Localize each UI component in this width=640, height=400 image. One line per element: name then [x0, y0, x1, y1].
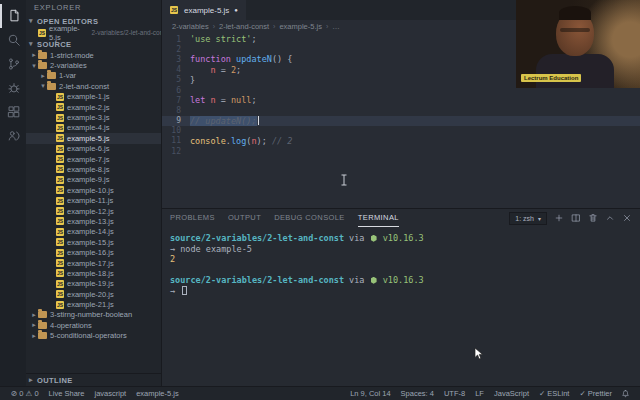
- code-line[interactable]: 12: [162, 146, 640, 156]
- line-number: 1: [162, 35, 190, 44]
- tree-item[interactable]: JSexample-1.js: [26, 92, 161, 102]
- tree-item[interactable]: ▸4-operations: [26, 320, 161, 330]
- tree-item[interactable]: JSexample-10.js: [26, 185, 161, 195]
- terminal-line: source/2-variables/2-let-and-const via v…: [170, 275, 640, 286]
- tree-item[interactable]: JSexample-12.js: [26, 206, 161, 216]
- tree-item[interactable]: JSexample-7.js: [26, 154, 161, 164]
- explorer-icon[interactable]: [0, 4, 26, 28]
- bottom-panel: PROBLEMSOUTPUTDEBUG CONSOLETERMINAL 1: z…: [162, 208, 640, 386]
- tree-item[interactable]: JSexample-8.js: [26, 164, 161, 174]
- tree-item-label: example-16.js: [67, 248, 114, 257]
- panel-tab-terminal[interactable]: TERMINAL: [358, 209, 399, 227]
- js-file-icon: JS: [56, 103, 64, 111]
- status-encoding[interactable]: UTF-8: [439, 389, 470, 398]
- tree-item[interactable]: JSexample-9.js: [26, 175, 161, 185]
- tree-item[interactable]: JSexample-21.js: [26, 299, 161, 309]
- code-line[interactable]: 8: [162, 105, 640, 115]
- tree-item[interactable]: JSexample-16.js: [26, 247, 161, 257]
- breadcrumb-item[interactable]: example-5.js: [279, 22, 322, 31]
- tree-item[interactable]: JSexample-5.js: [26, 133, 161, 143]
- modified-dot-icon[interactable]: ●: [234, 7, 238, 13]
- extensions-icon[interactable]: [0, 100, 26, 124]
- tree-item-label: 4-operations: [50, 321, 92, 330]
- line-number: 3: [162, 55, 190, 64]
- status-live-share[interactable]: Live Share: [44, 389, 90, 398]
- code-line[interactable]: 7let n = null;: [162, 95, 640, 105]
- tree-item[interactable]: ▸1-var: [26, 71, 161, 81]
- status-eol[interactable]: LF: [470, 389, 489, 398]
- js-file-icon: JS: [56, 269, 64, 277]
- outline-section-header[interactable]: ▸ OUTLINE: [26, 373, 161, 386]
- code-token: =: [216, 95, 231, 105]
- chevron-up-icon[interactable]: [605, 213, 615, 223]
- tree-item[interactable]: JSexample-14.js: [26, 227, 161, 237]
- status-eslint[interactable]: ✓ ESLint: [534, 389, 574, 398]
- breadcrumb-item[interactable]: 2-let-and-const: [219, 22, 269, 31]
- close-icon[interactable]: [622, 213, 632, 223]
- code-line[interactable]: 10: [162, 126, 640, 136]
- terminal[interactable]: source/2-variables/2-let-and-const via v…: [162, 227, 640, 386]
- tree-item-label: example-5.js: [67, 134, 110, 143]
- plus-icon[interactable]: [554, 213, 564, 223]
- tree-item[interactable]: JSexample-3.js: [26, 112, 161, 122]
- live-share-icon[interactable]: [0, 124, 26, 148]
- code-line[interactable]: 9// updateN();: [162, 116, 640, 126]
- terminal-line: → node example-5: [170, 244, 640, 255]
- tree-item[interactable]: JSexample-20.js: [26, 289, 161, 299]
- status-indentation[interactable]: Spaces: 4: [396, 389, 439, 398]
- tree-item-label: example-6.js: [67, 144, 110, 153]
- terminal-line: [170, 265, 640, 276]
- panel-tab-output[interactable]: OUTPUT: [228, 209, 261, 227]
- chevron-down-icon: ▾: [29, 40, 37, 48]
- webcam-overlay[interactable]: Lectrum Education: [516, 0, 640, 88]
- status-cursor-position[interactable]: Ln 9, Col 14: [345, 389, 395, 398]
- tree-item-label: 3-stirng-number-boolean: [50, 310, 132, 319]
- tree-item[interactable]: ▸5-conditional-operators: [26, 331, 161, 341]
- tree-item[interactable]: JSexample-4.js: [26, 123, 161, 133]
- search-icon[interactable]: [0, 28, 26, 52]
- tree-item[interactable]: JSexample-18.js: [26, 268, 161, 278]
- status-language-mode[interactable]: javascript: [89, 389, 131, 398]
- folder-icon: [38, 52, 47, 59]
- code-line[interactable]: 11console.log(n); // 2: [162, 136, 640, 146]
- status-problems-counts[interactable]: ⊘ 0 ⚠ 0: [6, 389, 44, 398]
- source-control-icon[interactable]: [0, 52, 26, 76]
- tree-item-label: example-11.js: [67, 196, 113, 205]
- status-active-file[interactable]: example-5.js: [131, 389, 184, 398]
- tree-item[interactable]: ▸1-strict-mode: [26, 50, 161, 60]
- terminal-shell-select[interactable]: 1: zsh ▾: [509, 212, 547, 225]
- source-section-header[interactable]: ▾ SOURCE: [26, 38, 161, 50]
- panel-tab-problems[interactable]: PROBLEMS: [170, 209, 215, 227]
- js-file-icon: JS: [56, 124, 64, 132]
- open-editors-header[interactable]: ▾ OPEN EDITORS: [26, 15, 161, 27]
- panel-actions: 1: zsh ▾: [509, 212, 632, 225]
- debug-icon[interactable]: [0, 76, 26, 100]
- tree-item-label: 5-conditional-operators: [50, 331, 127, 340]
- chevron-right-icon: ▸: [30, 51, 38, 59]
- panel-tab-debug-console[interactable]: DEBUG CONSOLE: [274, 209, 345, 227]
- split-icon[interactable]: [571, 213, 581, 223]
- tree-item[interactable]: ▾2-let-and-const: [26, 81, 161, 91]
- tree-item[interactable]: JSexample-6.js: [26, 144, 161, 154]
- code-token: () {: [272, 54, 292, 64]
- js-file-icon: JS: [56, 217, 64, 225]
- tree-item[interactable]: JSexample-11.js: [26, 195, 161, 205]
- tab-example-5[interactable]: JS example-5.js ●: [162, 0, 246, 20]
- tree-item[interactable]: ▾2-variables: [26, 60, 161, 70]
- status-prettier[interactable]: ✓ Prettier: [574, 389, 617, 398]
- tree-item[interactable]: JSexample-19.js: [26, 279, 161, 289]
- open-editor-item[interactable]: JS example-5.js 2-variables/2-let-and-co…: [26, 27, 161, 38]
- js-file-icon: JS: [56, 280, 64, 288]
- tree-item[interactable]: JSexample-15.js: [26, 237, 161, 247]
- breadcrumb-item[interactable]: …: [332, 22, 340, 31]
- js-file-icon: JS: [56, 176, 64, 184]
- trash-icon[interactable]: [588, 213, 598, 223]
- tree-item[interactable]: JSexample-13.js: [26, 216, 161, 226]
- status-language[interactable]: JavaScript: [489, 389, 534, 398]
- line-number: 5: [162, 75, 190, 84]
- tree-item[interactable]: JSexample-17.js: [26, 258, 161, 268]
- breadcrumb-item[interactable]: 2-variables: [172, 22, 209, 31]
- tree-item[interactable]: JSexample-2.js: [26, 102, 161, 112]
- tree-item[interactable]: ▸3-stirng-number-boolean: [26, 310, 161, 320]
- bell-icon[interactable]: [617, 389, 634, 398]
